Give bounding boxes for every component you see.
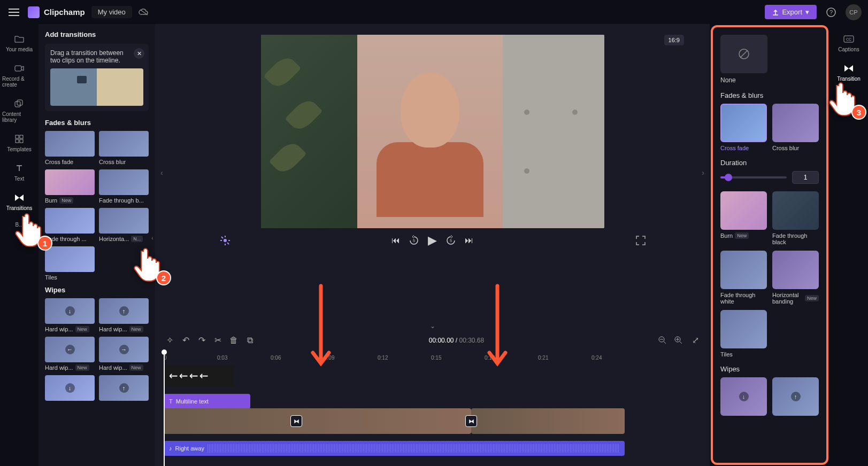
nav-captions[interactable]: CCCaptions <box>829 29 868 57</box>
fullscreen-button[interactable] <box>636 236 646 245</box>
track-text[interactable]: TMultiline text <box>164 390 705 405</box>
svg-rect-6 <box>20 135 23 138</box>
transition-cross-blur[interactable]: Cross blur <box>99 131 149 165</box>
transition-horizontal[interactable]: Horizonta...N... <box>99 208 149 242</box>
library-icon <box>14 98 25 109</box>
rp-wipe-1[interactable]: ↓ <box>720 377 767 416</box>
zoom-out-button[interactable] <box>658 336 668 345</box>
transition-wipe-extra1[interactable]: ↓ <box>45 375 95 401</box>
nav-text[interactable]: Text <box>0 159 39 186</box>
export-button[interactable]: Export ▾ <box>765 5 817 19</box>
chevron-down-icon: ▾ <box>805 8 809 16</box>
nav-content-library[interactable]: Content library <box>0 94 39 127</box>
split-button[interactable]: ✂ <box>213 335 222 345</box>
timeline-toolbar: ✧ ↶ ↷ ✂ 🗑 ⧉ 00:00.00 / 00:30.68 ⤢ <box>155 331 710 350</box>
app-header: Clipchamp My video Export ▾ ? CP <box>0 0 868 24</box>
forward-5-button[interactable]: 5 <box>445 235 456 246</box>
transition-hard-wipe-left[interactable]: ←Hard wip...New <box>45 337 95 371</box>
nav-more[interactable]: B... <box>0 218 39 232</box>
redo-button[interactable]: ↷ <box>197 335 206 345</box>
magic-cut-button[interactable]: ✧ <box>165 335 174 345</box>
delete-button[interactable]: 🗑 <box>229 336 239 345</box>
svg-rect-7 <box>16 139 19 143</box>
collapse-timeline[interactable]: ⌄ <box>155 321 710 331</box>
clip-arrow-overlay[interactable]: ↙↙↙↙ <box>164 364 234 387</box>
timeline[interactable]: 0 0:03 0:06 0:09 0:12 0:15 0:18 0:21 0:2… <box>155 350 710 466</box>
transition-hard-wipe-down[interactable]: ↓Hard wip...New <box>45 298 95 332</box>
aspect-ratio-button[interactable]: 16:9 <box>664 35 684 45</box>
clip-video-second[interactable] <box>471 408 625 434</box>
clip-video-main[interactable] <box>164 408 471 434</box>
left-nav-rail: Your media Record & create Content libra… <box>0 24 39 466</box>
transition-hard-wipe-right[interactable]: →Hard wip...New <box>99 337 149 371</box>
duration-label: Duration <box>720 159 819 167</box>
cloud-sync-icon[interactable] <box>139 8 149 17</box>
ai-enhance-button[interactable] <box>219 235 231 246</box>
transition-marker-2[interactable]: ⧓ <box>465 415 477 427</box>
user-avatar[interactable]: CP <box>846 4 862 20</box>
tip-close-button[interactable]: ✕ <box>134 48 144 59</box>
copy-button[interactable]: ⧉ <box>245 336 255 345</box>
transition-fade-through-black[interactable]: Fade through b... <box>99 169 149 204</box>
playhead[interactable] <box>164 352 165 466</box>
arrow-up-icon: ↑ <box>119 306 129 316</box>
track-video[interactable]: ⧓ ⧓ <box>164 408 705 434</box>
rp-tiles[interactable]: Tiles <box>720 310 767 358</box>
track-overlay[interactable]: ↙↙↙↙ <box>164 364 705 387</box>
skip-back-button[interactable]: ⏮ <box>391 236 400 245</box>
skip-forward-button[interactable]: ⏭ <box>465 236 473 245</box>
fit-button[interactable]: ⤢ <box>690 335 700 345</box>
rp-burn[interactable]: BurnNew <box>720 191 767 245</box>
nav-your-media[interactable]: Your media <box>0 29 39 57</box>
tip-text: Drag a transition between two clips on t… <box>50 49 143 64</box>
zoom-in-button[interactable] <box>674 336 684 345</box>
rp-fade-black[interactable]: Fade through black <box>772 191 819 245</box>
section-fades: Fades & blurs <box>45 119 149 127</box>
transition-wipe-extra2[interactable]: ↑ <box>99 375 149 401</box>
video-canvas[interactable] <box>261 35 604 228</box>
transitions-icon <box>14 192 25 203</box>
none-label: None <box>720 76 819 84</box>
nav-templates[interactable]: Templates <box>0 129 39 157</box>
rp-wipes-title: Wipes <box>720 365 819 373</box>
duration-input[interactable] <box>792 171 819 184</box>
rp-fade-white[interactable]: Fade through white <box>720 251 767 305</box>
center-workspace: 16:9 ‹ › ⏮ 5 ▶ 5 ⏭ ⌄ ✧ ↶ ↷ ✂ 🗑 <box>155 24 710 466</box>
arrow-right-icon: → <box>119 345 129 354</box>
transition-marker-1[interactable]: ⧓ <box>290 415 302 427</box>
preview-next[interactable]: › <box>702 168 704 177</box>
transition-none[interactable] <box>720 35 767 73</box>
rp-horizontal[interactable]: Horizontal bandingNew <box>772 251 819 305</box>
transition-tiles[interactable]: Tiles <box>45 246 95 281</box>
project-name-input[interactable]: My video <box>91 6 132 18</box>
transition-inspector: None Fades & blurs Cross fade Cross blur… <box>711 25 828 465</box>
rewind-5-button[interactable]: 5 <box>409 235 419 246</box>
duration-slider[interactable] <box>720 176 787 178</box>
preview-prev[interactable]: ‹ <box>160 168 163 177</box>
clip-text[interactable]: TMultiline text <box>164 394 250 409</box>
timeline-ruler[interactable]: 0 0:03 0:06 0:09 0:12 0:15 0:18 0:21 0:2… <box>159 352 705 364</box>
tip-illustration <box>50 68 143 106</box>
nav-record[interactable]: Record & create <box>0 59 39 92</box>
undo-button[interactable]: ↶ <box>181 335 190 345</box>
transition-burn[interactable]: BurnNew <box>45 169 95 204</box>
menu-button[interactable] <box>6 5 21 20</box>
nav-transitions[interactable]: Transitions <box>0 188 39 215</box>
play-button[interactable]: ▶ <box>428 234 437 247</box>
rp-cross-blur[interactable]: Cross blur <box>772 104 819 151</box>
rp-wipe-2[interactable]: ↑ <box>772 377 819 416</box>
help-button[interactable]: ? <box>823 4 839 20</box>
nav-transition-panel[interactable]: Transition <box>829 59 868 86</box>
brand-logo[interactable]: Clipchamp <box>28 6 85 18</box>
collapse-left-panel[interactable]: ‹ <box>149 227 155 248</box>
rp-cross-fade[interactable]: Cross fade <box>720 104 767 151</box>
track-audio[interactable]: ♪Right away <box>164 437 705 452</box>
transition-hard-wipe-up[interactable]: ↑Hard wip...New <box>99 298 149 332</box>
transition-cross-fade[interactable]: Cross fade <box>45 131 95 165</box>
captions-icon: CC <box>843 34 854 44</box>
transition-fade-through-white[interactable]: Fade through ... <box>45 208 95 242</box>
clip-audio[interactable]: ♪Right away <box>164 441 625 456</box>
svg-rect-3 <box>15 102 20 107</box>
rp-fades-title: Fades & blurs <box>720 91 819 99</box>
timeline-timecode: 00:00.00 / 00:30.68 <box>261 337 652 344</box>
